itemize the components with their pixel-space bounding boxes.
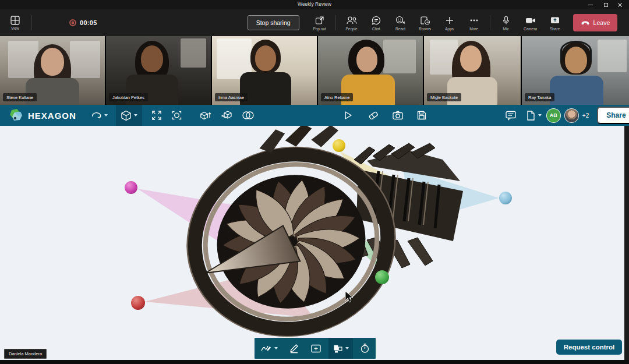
close-button[interactable] xyxy=(615,2,624,8)
camera-label: Camera xyxy=(524,27,537,31)
window-titlebar: Weekly Review xyxy=(0,0,629,9)
save-icon xyxy=(416,110,427,121)
background-window xyxy=(383,40,416,73)
maximize-button[interactable] xyxy=(601,2,610,8)
mic-label: Mic xyxy=(503,27,509,31)
overlap-circles-icon xyxy=(242,110,255,121)
pen-tool-button[interactable] xyxy=(285,338,303,359)
annotation-pin-blue[interactable] xyxy=(499,192,512,204)
stacked-cubes-icon xyxy=(221,110,232,121)
model-states-button[interactable] xyxy=(216,105,237,126)
play-animation-button[interactable] xyxy=(340,105,357,126)
toolbar-divider xyxy=(335,15,336,30)
model-view-button[interactable] xyxy=(116,105,142,126)
maximize-icon xyxy=(604,3,608,7)
minimize-button[interactable] xyxy=(586,2,595,8)
share-screen-icon xyxy=(550,15,560,26)
camera-button[interactable]: Camera xyxy=(518,11,543,34)
chat-button[interactable]: Chat xyxy=(364,11,388,34)
snapshot-button[interactable] xyxy=(387,105,408,126)
chevron-down-icon xyxy=(345,347,349,349)
people-icon xyxy=(346,15,358,26)
participant-figure xyxy=(255,45,276,71)
chat-label: Chat xyxy=(372,27,380,31)
avatar-overflow-count: +2 xyxy=(582,112,589,119)
leave-button[interactable]: Leave xyxy=(573,14,618,31)
request-control-button[interactable]: Request control xyxy=(556,340,622,355)
eraser-tool-button[interactable] xyxy=(363,105,384,126)
fullscreen-icon xyxy=(151,110,162,121)
apps-button[interactable]: Apps xyxy=(437,11,462,34)
annotation-pin-red[interactable] xyxy=(131,296,145,310)
chevron-down-icon xyxy=(274,347,278,349)
recording-timer: 00:05 xyxy=(69,19,97,26)
participant-name: Irma Aasmae xyxy=(215,93,248,101)
background-window xyxy=(70,41,100,78)
rooms-icon xyxy=(419,15,430,26)
comments-button[interactable] xyxy=(500,105,521,126)
participant-figure xyxy=(550,76,603,105)
shapes-tool-button[interactable] xyxy=(328,338,353,359)
more-button[interactable]: More xyxy=(462,11,486,34)
draw-tool-button[interactable] xyxy=(256,338,282,359)
background-window xyxy=(181,38,206,68)
video-gallery: Steve Kuliane Jakobian Petkes Irma Aasma… xyxy=(0,36,629,105)
save-button[interactable] xyxy=(412,105,432,126)
presenter-avatar[interactable]: AB xyxy=(546,108,561,123)
video-tile[interactable]: Aino Rebane xyxy=(318,36,423,105)
mic-button[interactable]: Mic xyxy=(494,11,518,34)
participant-figure xyxy=(41,48,64,76)
video-tile[interactable]: Irma Aasmae xyxy=(212,36,317,105)
more-label: More xyxy=(469,27,478,31)
fit-to-screen-button[interactable] xyxy=(147,105,167,126)
video-tile[interactable]: Ray Tanaka xyxy=(522,36,629,105)
frame-plus-icon xyxy=(310,344,321,354)
explode-model-button[interactable] xyxy=(195,105,216,126)
headphones xyxy=(560,41,592,61)
participant-figure xyxy=(141,45,163,72)
chevron-down-icon xyxy=(104,114,108,116)
share-screen-button[interactable]: Share xyxy=(543,11,567,34)
video-tile[interactable]: Jakobian Petkes xyxy=(106,36,211,105)
stopwatch-icon xyxy=(360,343,370,354)
timer-tool-button[interactable] xyxy=(356,338,374,359)
minimize-icon xyxy=(588,5,593,5)
photo-camera-icon xyxy=(392,110,404,121)
viewer-share-button[interactable]: Share xyxy=(597,107,629,124)
gallery-grid-icon xyxy=(10,15,20,26)
react-icon xyxy=(395,15,406,26)
annotation-pin-magenta[interactable] xyxy=(125,181,137,194)
orbit-tool-button[interactable] xyxy=(86,105,112,126)
participant-name: Aino Rebane xyxy=(321,93,353,101)
brand-name: HEXAGON xyxy=(28,111,76,121)
toolbar-divider xyxy=(31,15,32,30)
rooms-label: Rooms xyxy=(419,27,431,31)
rooms-button[interactable]: Rooms xyxy=(413,11,437,34)
avatar-initials: AB xyxy=(550,112,557,118)
orbit-icon xyxy=(90,111,102,120)
pop-out-button[interactable]: Pop out xyxy=(308,11,332,34)
meeting-timer: 00:05 xyxy=(80,19,97,26)
react-label: React xyxy=(395,27,405,31)
annotation-pin-green[interactable] xyxy=(375,270,389,284)
leave-label: Leave xyxy=(593,19,610,26)
participant-figure xyxy=(356,47,377,72)
stop-sharing-button[interactable]: Stop sharing xyxy=(248,15,299,30)
participant-name: Steve Kuliane xyxy=(3,93,37,101)
documents-button[interactable] xyxy=(521,105,546,126)
people-button[interactable]: People xyxy=(340,11,364,34)
video-tile[interactable]: Migle Backute xyxy=(424,36,521,105)
focus-model-button[interactable] xyxy=(167,105,187,126)
video-tile[interactable]: Steve Kuliane xyxy=(0,36,105,105)
share-screen-label: Share xyxy=(550,27,560,31)
annotation-pin-yellow[interactable] xyxy=(333,139,345,152)
participant-avatar[interactable] xyxy=(564,108,579,123)
hexagon-brand: HEXAGON xyxy=(8,108,76,123)
add-view-button[interactable] xyxy=(306,338,326,359)
shared-3d-viewport[interactable] xyxy=(0,126,624,360)
compare-models-button[interactable] xyxy=(237,105,259,126)
react-button[interactable]: React xyxy=(388,11,413,34)
participant-name: Jakobian Petkes xyxy=(109,93,148,101)
participant-figure xyxy=(460,45,482,72)
view-layout-button[interactable]: View xyxy=(2,11,28,34)
